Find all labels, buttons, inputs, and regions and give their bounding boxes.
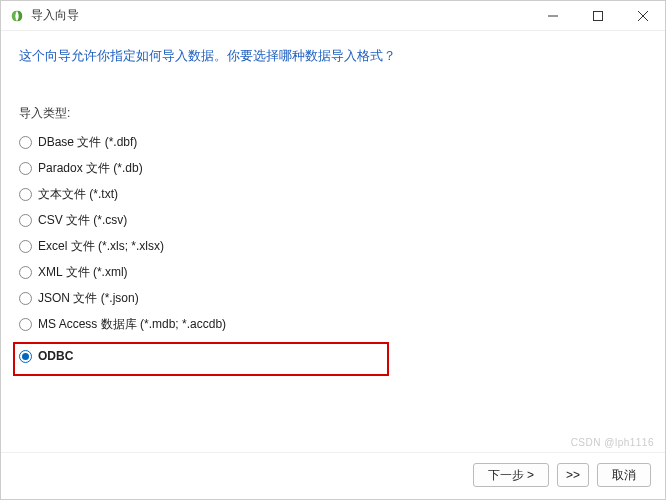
radio-icon: [19, 136, 32, 149]
last-step-button[interactable]: >>: [557, 463, 589, 487]
highlight-box: ODBC: [13, 342, 389, 376]
radio-icon: [19, 350, 32, 363]
radio-option[interactable]: Paradox 文件 (*.db): [19, 158, 647, 178]
radio-option[interactable]: MS Access 数据库 (*.mdb; *.accdb): [19, 314, 647, 334]
content-area: 这个向导允许你指定如何导入数据。你要选择哪种数据导入格式？ 导入类型: DBas…: [1, 31, 665, 452]
radio-label: Excel 文件 (*.xls; *.xlsx): [38, 238, 164, 255]
radio-icon: [19, 214, 32, 227]
instruction-text: 这个向导允许你指定如何导入数据。你要选择哪种数据导入格式？: [19, 47, 647, 65]
app-icon: [9, 8, 25, 24]
import-wizard-window: 导入向导 这个向导允许你指定如何导入数据。你要选择哪种数据导入格式？ 导入类型:…: [0, 0, 666, 500]
minimize-button[interactable]: [530, 1, 575, 30]
radio-icon: [19, 240, 32, 253]
maximize-button[interactable]: [575, 1, 620, 30]
import-type-label: 导入类型:: [19, 105, 647, 122]
radio-option[interactable]: DBase 文件 (*.dbf): [19, 132, 647, 152]
close-button[interactable]: [620, 1, 665, 30]
radio-icon: [19, 162, 32, 175]
window-controls: [530, 1, 665, 30]
window-title: 导入向导: [31, 7, 530, 24]
footer: 下一步 > >> 取消: [1, 452, 665, 499]
radio-icon: [19, 266, 32, 279]
watermark: CSDN @lph1116: [571, 437, 654, 448]
radio-icon: [19, 292, 32, 305]
cancel-button[interactable]: 取消: [597, 463, 651, 487]
radio-icon: [19, 188, 32, 201]
radio-option[interactable]: XML 文件 (*.xml): [19, 262, 647, 282]
next-button[interactable]: 下一步 >: [473, 463, 549, 487]
radio-option[interactable]: ODBC: [19, 346, 383, 366]
radio-option[interactable]: JSON 文件 (*.json): [19, 288, 647, 308]
radio-label: JSON 文件 (*.json): [38, 290, 139, 307]
radio-label: XML 文件 (*.xml): [38, 264, 128, 281]
radio-label: ODBC: [38, 349, 73, 363]
radio-label: 文本文件 (*.txt): [38, 186, 118, 203]
radio-label: Paradox 文件 (*.db): [38, 160, 143, 177]
radio-label: MS Access 数据库 (*.mdb; *.accdb): [38, 316, 226, 333]
radio-option[interactable]: 文本文件 (*.txt): [19, 184, 647, 204]
radio-label: CSV 文件 (*.csv): [38, 212, 127, 229]
import-type-radio-group: DBase 文件 (*.dbf)Paradox 文件 (*.db)文本文件 (*…: [19, 132, 647, 376]
radio-label: DBase 文件 (*.dbf): [38, 134, 137, 151]
svg-rect-1: [593, 11, 602, 20]
radio-option[interactable]: Excel 文件 (*.xls; *.xlsx): [19, 236, 647, 256]
titlebar: 导入向导: [1, 1, 665, 31]
radio-icon: [19, 318, 32, 331]
radio-option[interactable]: CSV 文件 (*.csv): [19, 210, 647, 230]
